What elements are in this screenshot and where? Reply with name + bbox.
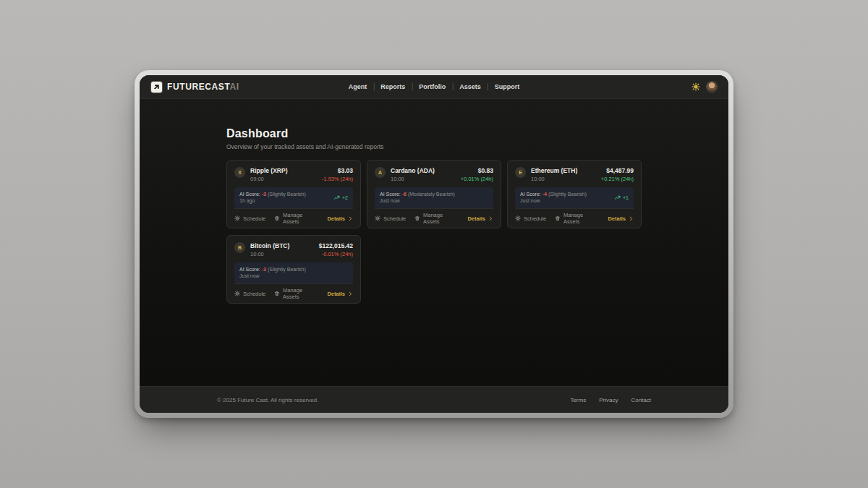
schedule-button[interactable]: Schedule [515, 215, 546, 222]
manage-assets-button[interactable]: Manage Assets [274, 287, 318, 300]
ai-score-sentiment: (Slightly Bearish) [268, 192, 306, 197]
asset-name: Cardano (ADA) [391, 167, 435, 174]
asset-card-ethereum: E Ethereum (ETH) 10:00 $4,487.99 +0.21% … [507, 160, 642, 228]
ai-score-sentiment: (Slightly Bearish) [268, 267, 306, 272]
manage-assets-button[interactable]: Manage Assets [555, 212, 599, 225]
ai-score-value: -3 [262, 192, 266, 197]
top-navigation-bar: FUTURECASTAI Agent Reports Portfolio Ass… [140, 75, 728, 99]
chevron-right-icon [629, 216, 634, 221]
asset-card-cardano: A Cardano (ADA) 10:00 $0.83 +0.01% (24h) [367, 160, 501, 228]
chevron-right-icon [488, 216, 493, 221]
gear-icon [375, 215, 380, 221]
nav-separator [412, 83, 412, 90]
details-button[interactable]: Details [467, 215, 493, 222]
footer-link-contact[interactable]: Contact [631, 397, 651, 403]
asset-card-ripple: X Ripple (XRP) 09:00 $3.03 -1.93% (24h) [226, 160, 361, 228]
brand-logo-icon [151, 82, 162, 93]
trending-up-icon [333, 194, 340, 201]
details-button[interactable]: Details [327, 291, 353, 297]
nav-item-reports[interactable]: Reports [380, 83, 405, 90]
manage-assets-button[interactable]: Manage Assets [274, 212, 318, 225]
ai-score-sentiment: (Moderately Bearish) [408, 192, 455, 197]
page-title: Dashboard [226, 127, 642, 140]
asset-price: $3.03 [322, 167, 353, 174]
ai-score-value: -3 [262, 267, 266, 272]
asset-name: Ripple (XRP) [250, 167, 287, 174]
updated-time: 1h ago [239, 197, 306, 204]
asset-price: $0.83 [461, 167, 493, 174]
card-actions: Schedule Manage Assets Details [375, 208, 493, 228]
coin-symbol-badge: A [375, 167, 386, 178]
updated-time: Just now [239, 273, 306, 279]
card-actions: Schedule Manage Assets Details [234, 208, 353, 228]
asset-time: 09:00 [250, 176, 287, 182]
manage-assets-button[interactable]: Manage Assets [414, 212, 459, 225]
coin-symbol-badge: B [234, 242, 245, 253]
ai-score-panel: AI Score: -4 (Slightly Bearish) Just now… [515, 187, 634, 208]
header-actions [692, 82, 717, 92]
trending-up-icon [614, 194, 621, 201]
schedule-button[interactable]: Schedule [234, 215, 265, 222]
asset-change: -1.93% (24h) [322, 176, 353, 182]
footer-links: Terms Privacy Contact [570, 397, 651, 403]
trend-badge: +2 [333, 194, 348, 201]
copyright-text: © 2025 Future Cast. All rights reserved. [217, 397, 318, 403]
asset-card-bitcoin: B Bitcoin (BTC) 10:00 $122,015.42 -0.01%… [226, 235, 361, 304]
coin-symbol-badge: X [234, 167, 245, 178]
trash-icon [414, 215, 420, 221]
asset-price: $4,487.99 [601, 167, 634, 174]
main-content: Dashboard Overview of your tracked asset… [140, 99, 728, 386]
ai-score-sentiment: (Slightly Bearish) [548, 192, 587, 197]
card-actions: Schedule Manage Assets Details [515, 208, 634, 228]
asset-time: 10:00 [391, 176, 435, 182]
coin-symbol-badge: E [515, 167, 526, 178]
desktop-background: { "brand": { "primary": "FUTURECAST", "s… [0, 0, 868, 488]
nav-separator [373, 83, 374, 90]
asset-change: -0.01% (24h) [319, 251, 353, 257]
asset-time: 10:00 [531, 176, 577, 182]
ai-score-value: -4 [542, 192, 547, 197]
page-subtitle: Overview of your tracked assets and AI-g… [226, 143, 642, 150]
asset-name: Bitcoin (BTC) [250, 242, 289, 249]
nav-item-agent[interactable]: Agent [349, 83, 367, 90]
app-screen: FUTURECASTAI Agent Reports Portfolio Ass… [140, 75, 728, 413]
trend-badge: +1 [614, 194, 629, 201]
ai-score-value: -6 [402, 192, 407, 197]
schedule-button[interactable]: Schedule [234, 291, 265, 297]
nav-item-support[interactable]: Support [495, 83, 520, 90]
details-button[interactable]: Details [608, 215, 634, 222]
asset-time: 10:00 [250, 251, 289, 257]
gear-icon [234, 215, 240, 221]
nav-item-portfolio[interactable]: Portfolio [419, 83, 446, 90]
main-nav: Agent Reports Portfolio Assets Support [349, 83, 520, 90]
nav-item-assets[interactable]: Assets [459, 83, 481, 90]
user-avatar[interactable] [707, 82, 717, 92]
chevron-right-icon [348, 216, 353, 221]
ai-score-panel: AI Score: -3 (Slightly Bearish) Just now [234, 262, 353, 283]
asset-price: $122,015.42 [319, 242, 353, 249]
footer-link-privacy[interactable]: Privacy [599, 397, 618, 403]
schedule-button[interactable]: Schedule [375, 215, 406, 222]
asset-change: +0.01% (24h) [461, 176, 493, 182]
details-button[interactable]: Details [327, 215, 353, 222]
card-actions: Schedule Manage Assets Details [234, 283, 353, 303]
updated-time: Just now [520, 197, 587, 204]
gear-icon [515, 215, 521, 221]
page-footer: © 2025 Future Cast. All rights reserved.… [140, 386, 728, 413]
sun-icon[interactable] [692, 82, 700, 91]
updated-time: Just now [380, 197, 455, 204]
chevron-right-icon [348, 291, 353, 296]
gear-icon [234, 291, 240, 296]
asset-card-grid: X Ripple (XRP) 09:00 $3.03 -1.93% (24h) [226, 160, 642, 304]
brand-name: FUTURECASTAI [167, 82, 239, 92]
asset-change: +0.21% (24h) [601, 176, 634, 182]
ai-score-panel: AI Score: -6 (Moderately Bearish) Just n… [375, 187, 493, 208]
app-window: FUTURECASTAI Agent Reports Portfolio Ass… [135, 70, 733, 418]
trash-icon [274, 291, 280, 296]
nav-separator [488, 83, 488, 90]
trash-icon [274, 215, 280, 221]
brand-logo[interactable]: FUTURECASTAI [151, 82, 239, 93]
asset-name: Ethereum (ETH) [531, 167, 577, 174]
footer-link-terms[interactable]: Terms [570, 397, 586, 403]
ai-score-panel: AI Score: -3 (Slightly Bearish) 1h ago +… [234, 187, 353, 208]
